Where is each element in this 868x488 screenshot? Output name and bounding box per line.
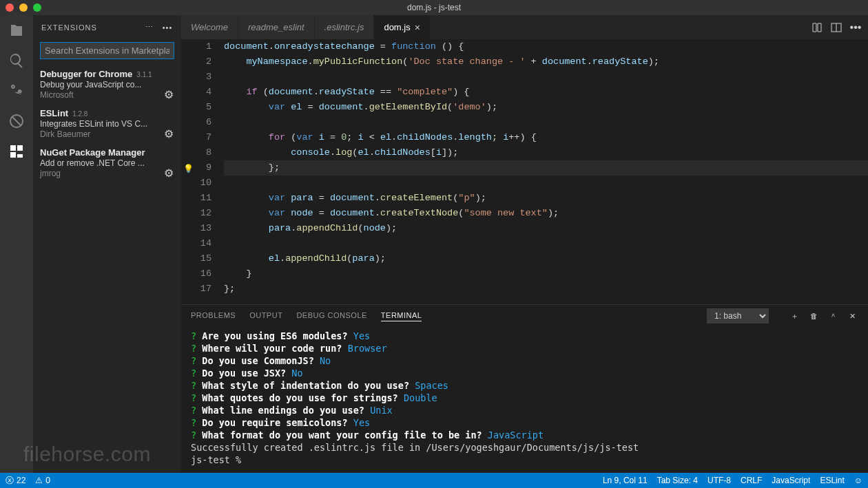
tab-label: .eslintrc.js [324,22,364,32]
maximize-window[interactable] [33,3,41,12]
split-editor-icon[interactable] [831,22,842,33]
extensions-icon[interactable] [7,142,26,161]
close-panel-icon[interactable]: ✕ [847,310,858,321]
extension-item[interactable]: ESLint1.2.8 Integrates ESLint into VS C.… [33,104,181,143]
editor-tabs: Welcomereadme_eslint.eslintrc.jsdom.js× … [181,15,868,39]
close-icon[interactable]: × [415,22,420,33]
editor-tab-actions: ••• [805,15,868,39]
editor-tab[interactable]: dom.js× [374,15,430,39]
debug-icon[interactable] [7,112,26,131]
gear-icon[interactable]: ⚙ [163,128,174,139]
status-errors[interactable]: ⓧ22 [6,475,25,487]
extension-item[interactable]: Debugger for Chrome3.1.1 Debug your Java… [33,65,181,104]
extension-desc: Integrates ESLint into VS C... [40,119,174,129]
status-language[interactable]: JavaScript [772,476,810,485]
extension-item[interactable]: NuGet Package Manager Add or remove .NET… [33,143,181,182]
code-editor[interactable]: 💡1234567891011121314151617 document.onre… [181,39,868,304]
terminal-output[interactable]: ? Are you using ES6 modules? Yes ? Where… [181,327,868,473]
extension-author: Dirk Baeumer [40,129,174,139]
gear-icon[interactable]: ⚙ [163,89,174,100]
extension-name: NuGet Package Manager [40,147,145,158]
panel-tab[interactable]: OUTPUT [249,311,282,321]
svg-line-1 [12,116,21,126]
sidebar-header: EXTENSIONS ⋯ ••• [33,15,181,39]
compare-icon[interactable] [812,22,823,33]
close-window[interactable] [6,3,14,12]
extension-name: ESLint [40,108,68,118]
editor-tab[interactable]: readme_eslint [238,15,315,39]
lightbulb-icon[interactable]: 💡 [183,162,194,177]
extension-desc: Add or remove .NET Core ... [40,158,174,168]
window-controls [6,3,41,12]
editor-tab[interactable]: Welcome [181,15,238,39]
tab-label: Welcome [191,22,228,32]
extension-name: Debugger for Chrome [40,69,132,79]
status-eol[interactable]: CRLF [741,476,762,485]
filter-icon[interactable]: ⋯ [144,22,155,33]
editor-area: Welcomereadme_eslint.eslintrc.jsdom.js× … [181,15,868,473]
line-gutter: 💡1234567891011121314151617 [181,39,224,304]
activity-bar [0,15,33,473]
window-title: dom.js - js-test [407,3,461,12]
extension-author: Microsoft [40,90,174,100]
new-terminal-icon[interactable]: ＋ [789,310,800,321]
panel-tabs: PROBLEMSOUTPUTDEBUG CONSOLETERMINAL 1: b… [181,305,868,327]
status-eslint[interactable]: ESLint [820,476,844,485]
tab-label: readme_eslint [248,22,304,32]
extension-search [40,42,174,59]
tab-label: dom.js [384,22,410,32]
status-encoding[interactable]: UTF-8 [707,476,731,485]
maximize-panel-icon[interactable]: ＾ [828,310,839,321]
explorer-icon[interactable] [7,21,26,40]
more-actions-icon[interactable]: ••• [850,22,861,33]
extensions-sidebar: EXTENSIONS ⋯ ••• Debugger for Chrome3.1.… [33,15,181,473]
extension-author: jmrog [40,169,174,178]
status-tabsize[interactable]: Tab Size: 4 [657,476,698,485]
extension-desc: Debug your JavaScript co... [40,80,174,89]
panel-tab[interactable]: TERMINAL [381,311,422,321]
kill-terminal-icon[interactable]: 🗑 [809,310,820,321]
panel-tab[interactable]: DEBUG CONSOLE [296,311,366,321]
source-control-icon[interactable] [7,81,26,100]
terminal-selector[interactable]: 1: bash [707,308,769,323]
sidebar-title: EXTENSIONS [41,23,97,32]
code-content[interactable]: document.onreadystatechange = function (… [224,39,868,304]
bottom-panel: PROBLEMSOUTPUTDEBUG CONSOLETERMINAL 1: b… [181,304,868,473]
gear-icon[interactable]: ⚙ [163,167,174,178]
extension-version: 3.1.1 [136,71,152,78]
minimize-window[interactable] [19,3,28,12]
extension-version: 1.2.8 [72,110,87,118]
main-area: EXTENSIONS ⋯ ••• Debugger for Chrome3.1.… [0,15,868,473]
titlebar: dom.js - js-test [0,0,868,15]
panel-tab[interactable]: PROBLEMS [191,311,236,321]
status-warnings[interactable]: ⚠0 [35,476,50,485]
feedback-icon[interactable]: ☺ [854,476,862,485]
extension-list: Debugger for Chrome3.1.1 Debug your Java… [33,65,181,182]
more-icon[interactable]: ••• [162,22,173,33]
status-bar: ⓧ22 ⚠0 Ln 9, Col 11 Tab Size: 4 UTF-8 CR… [0,473,868,488]
search-input[interactable] [40,42,174,59]
search-icon[interactable] [7,51,26,70]
editor-tab[interactable]: .eslintrc.js [315,15,375,39]
status-cursor[interactable]: Ln 9, Col 11 [603,476,648,485]
